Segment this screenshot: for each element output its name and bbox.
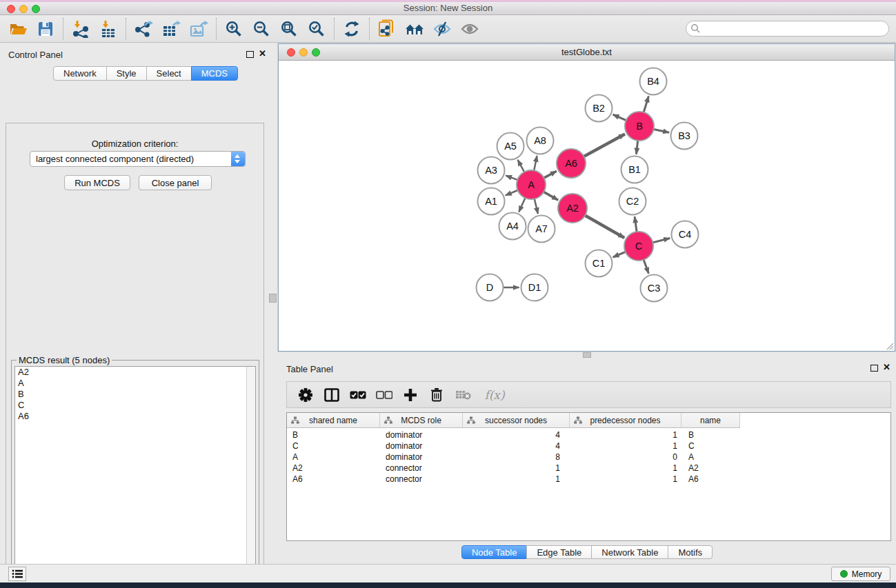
table-cell[interactable]: 1 [570,463,681,474]
graph-edge-A-A1[interactable] [506,190,518,195]
table-row[interactable]: A2connector11A2 [287,463,740,474]
network-canvas[interactable]: B4B2BB3A8A5A6B1A3AA1C2A2A4A7C4CC1DD1C3 [279,61,895,351]
table-cell[interactable]: connector [380,463,463,474]
table-cell[interactable]: 8 [463,452,570,463]
open-session-button[interactable] [4,17,32,41]
graph-edge-A-A6[interactable] [544,171,557,178]
mcds-result-item[interactable]: A [15,378,255,389]
import-table-button[interactable] [94,17,122,41]
table-row[interactable]: A6connector11A6 [287,474,740,485]
export-network-button[interactable] [130,17,157,41]
graph-node-C2[interactable]: C2 [619,188,646,215]
zoom-selected-button[interactable] [303,17,330,41]
column-header-name[interactable]: name [681,413,740,428]
graph-edge-C-C3[interactable] [644,260,648,274]
vertical-divider-handle[interactable] [269,294,277,303]
graph-edge-B-B3[interactable] [654,129,669,132]
graph-edge-A-A7[interactable] [535,199,538,214]
float-panel-icon[interactable] [246,51,254,58]
table-cell[interactable]: A6 [681,474,740,485]
graph-edge-B-B4[interactable] [644,97,648,112]
unselect-all-columns-button[interactable] [371,383,397,407]
table-cell[interactable]: A [681,452,740,463]
graph-edge-B-B1[interactable] [636,141,637,154]
table-options-button[interactable] [292,383,319,407]
table-cell[interactable]: dominator [380,440,463,452]
table-cell[interactable]: A2 [287,463,380,474]
column-header-shared-name[interactable]: shared name [287,413,380,428]
table-row[interactable]: Bdominator41B [287,429,740,440]
table-cell[interactable]: 1 [570,429,681,440]
export-table-button[interactable] [157,17,185,41]
show-panels-button[interactable] [8,567,26,581]
graph-edge-A-A5[interactable] [518,160,524,172]
table-cell[interactable]: 4 [463,429,570,440]
table-cell[interactable]: dominator [380,452,463,463]
zoom-in-button[interactable] [220,17,248,41]
graph-node-A[interactable]: A [517,170,546,199]
table-tab-network-table[interactable]: Network Table [591,545,668,559]
graph-edge-A2-C[interactable] [585,215,624,238]
graph-edge-A-A2[interactable] [544,192,558,200]
zoom-out-button[interactable] [248,17,275,41]
table-cell[interactable]: 1 [570,440,681,452]
table-cell[interactable]: connector [380,474,463,485]
save-session-button[interactable] [32,17,59,41]
graph-edge-C-C1[interactable] [613,252,626,257]
close-panel-button[interactable]: Close panel [139,175,212,190]
tab-select[interactable]: Select [146,66,192,81]
tab-network[interactable]: Network [53,66,107,81]
graph-node-B1[interactable]: B1 [621,156,648,183]
table-close-panel-icon[interactable]: ✕ [883,362,890,372]
graph-node-C3[interactable]: C3 [641,275,668,302]
table-cell[interactable]: 4 [463,440,570,452]
graph-node-D1[interactable]: D1 [521,274,548,301]
table-cell[interactable]: 1 [463,463,570,474]
function-builder-button[interactable]: f(x) [476,383,513,407]
graph-node-A1[interactable]: A1 [478,188,505,215]
table-cell[interactable]: C [681,440,740,452]
table-row[interactable]: Cdominator41C [287,440,740,452]
mcds-result-item[interactable]: A6 [15,411,255,422]
graph-node-C[interactable]: C [624,232,653,261]
show-all-button[interactable] [456,17,484,41]
zoom-fit-button[interactable] [275,17,303,41]
graph-edge-C-C4[interactable] [653,239,670,243]
graph-node-B4[interactable]: B4 [640,68,667,95]
graph-node-A3[interactable]: A3 [478,157,505,184]
graph-edge-A-A8[interactable] [534,156,537,170]
table-tab-node-table[interactable]: Node Table [461,545,528,559]
graph-edge-A6-B[interactable] [584,134,624,156]
horizontal-divider-handle[interactable] [583,352,591,358]
delete-table-button[interactable] [450,383,476,407]
hide-selected-button[interactable] [428,17,456,41]
table-row[interactable]: Adominator80A [287,452,740,463]
graph-edge-A-A4[interactable] [519,198,525,212]
delete-columns-button[interactable] [424,383,450,407]
mcds-list-scrollbar[interactable] [246,367,255,586]
close-panel-icon[interactable]: ✕ [259,48,266,59]
graph-node-A8[interactable]: A8 [527,128,554,154]
graph-node-A5[interactable]: A5 [497,133,524,160]
tab-style[interactable]: Style [106,66,147,81]
table-tab-motifs[interactable]: Motifs [668,545,713,559]
tab-mcds[interactable]: MCDS [191,66,238,81]
graph-node-A4[interactable]: A4 [499,213,526,240]
table-cell[interactable]: 1 [570,474,681,485]
column-header-MCDS-role[interactable]: MCDS role [380,413,463,428]
graph-edge-B-B2[interactable] [613,114,626,120]
import-network-button[interactable] [67,17,94,41]
graph-node-A7[interactable]: A7 [528,216,555,243]
search-box[interactable] [686,21,889,37]
table-cell[interactable]: A6 [287,474,380,485]
resize-grip-icon[interactable] [884,341,894,350]
table-cell[interactable]: dominator [380,429,463,440]
table-cell[interactable]: 0 [570,452,681,463]
graph-node-C4[interactable]: C4 [672,221,699,248]
graph-node-D[interactable]: D [477,274,504,301]
mcds-result-item[interactable]: B [15,389,255,400]
graph-node-A2[interactable]: A2 [558,194,587,223]
select-all-columns-button[interactable] [345,383,371,407]
table-cell[interactable]: 1 [463,474,570,485]
new-network-from-selection-button[interactable] [373,17,401,41]
